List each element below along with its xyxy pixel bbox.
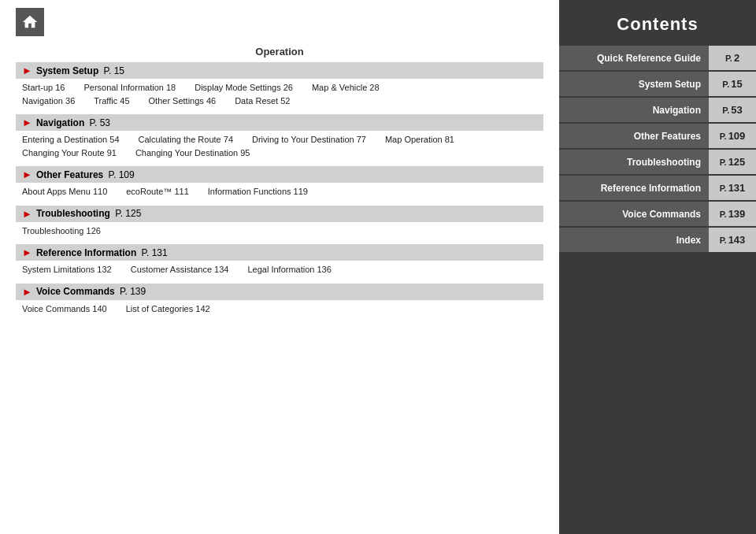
section-items-row: Voice Commands 140List of Categories 142 — [22, 302, 537, 316]
sidebar-items-container: Quick Reference GuideP.2System SetupP.15… — [559, 46, 756, 254]
section-item-cell: Entering a Destination 54 — [22, 133, 120, 146]
section-header-other-features: ►Other Features P. 109 — [16, 166, 543, 183]
sidebar-item-page: P.109 — [709, 124, 756, 148]
section-page: P. 109 — [106, 169, 134, 180]
section-system-setup: ►System Setup P. 15Start-up 16Personal I… — [16, 62, 543, 109]
main-content: Operation ►System Setup P. 15Start-up 16… — [0, 0, 559, 534]
section-voice-commands: ►Voice Commands P. 139Voice Commands 140… — [16, 284, 543, 318]
section-items-row: Navigation 36Traffic 45Other Settings 46… — [22, 95, 537, 108]
sidebar-item[interactable]: Reference InformationP.131 — [559, 176, 756, 200]
section-items-row: Troubleshooting 126 — [22, 224, 537, 238]
section-header-navigation: ►Navigation P. 53 — [16, 114, 543, 131]
section-title: Other Features — [36, 169, 103, 180]
section-item-cell: Personal Information 18 — [83, 81, 176, 95]
section-items-navigation: Entering a Destination 54Calculating the… — [16, 131, 543, 161]
section-header-system-setup: ►System Setup P. 15 — [16, 62, 543, 79]
home-icon-box[interactable] — [16, 8, 44, 36]
sidebar-item-page: P.125 — [709, 150, 756, 174]
sidebar-item[interactable]: IndexP.143 — [559, 228, 756, 252]
section-item-cell: Voice Commands 140 — [22, 302, 107, 316]
section-page: P. 131 — [139, 247, 167, 258]
sidebar-item-page: P.53 — [709, 98, 756, 122]
section-items-row: About Apps Menu 110ecoRoute™ 111Informat… — [22, 185, 537, 198]
arrow-icon: ► — [22, 169, 32, 180]
sidebar-item-label: Quick Reference Guide — [559, 46, 709, 70]
section-item-cell: Map & Vehicle 28 — [312, 81, 380, 95]
section-item-cell: Customer Assistance 134 — [131, 263, 229, 276]
sidebar-item-page: P.139 — [709, 202, 756, 226]
section-title: System Setup — [36, 65, 98, 76]
sidebar-item-label: Voice Commands — [559, 202, 709, 226]
sidebar-item-page: P.143 — [709, 228, 756, 252]
section-other-features: ►Other Features P. 109About Apps Menu 11… — [16, 166, 543, 201]
arrow-icon: ► — [22, 286, 32, 298]
sidebar-item-label: Reference Information — [559, 176, 709, 200]
section-item-cell: Data Reset 52 — [235, 95, 290, 108]
section-items-system-setup: Start-up 16Personal Information 18Displa… — [16, 79, 543, 109]
section-items-voice-commands: Voice Commands 140List of Categories 142 — [16, 300, 543, 318]
section-items-row: Entering a Destination 54Calculating the… — [22, 133, 537, 146]
sidebar-item-page: P.15 — [709, 72, 756, 96]
section-item-cell: List of Categories 142 — [126, 302, 210, 316]
section-item-cell: Changing Your Destination 95 — [135, 146, 250, 160]
arrow-icon: ► — [22, 247, 32, 258]
section-item-cell: ecoRoute™ 111 — [126, 185, 189, 198]
section-navigation: ►Navigation P. 53Entering a Destination … — [16, 114, 543, 161]
section-item-cell: Other Settings 46 — [149, 95, 217, 108]
section-title: Reference Information — [36, 247, 136, 258]
section-item-cell: Map Operation 81 — [385, 133, 454, 146]
section-title: Navigation — [36, 117, 84, 128]
section-reference-information: ►Reference Information P. 131System Limi… — [16, 244, 543, 279]
section-troubleshooting: ►Troubleshooting P. 125Troubleshooting 1… — [16, 206, 543, 240]
section-item-cell: Changing Your Route 91 — [22, 146, 117, 160]
section-item-cell: Navigation 36 — [22, 95, 75, 108]
section-page: P. 15 — [101, 65, 124, 76]
section-header-troubleshooting: ►Troubleshooting P. 125 — [16, 206, 543, 222]
sidebar-item-label: Index — [559, 228, 709, 252]
section-title: Voice Commands — [36, 286, 115, 297]
section-item-cell: Driving to Your Destination 77 — [252, 133, 366, 146]
section-item-cell: Information Functions 119 — [208, 185, 308, 198]
arrow-icon: ► — [22, 208, 32, 220]
section-items-row: System Limitations 132Customer Assistanc… — [22, 263, 537, 276]
sidebar-item-label: Navigation — [559, 98, 709, 122]
section-page: P. 125 — [113, 208, 141, 219]
arrow-icon: ► — [22, 65, 32, 76]
section-title: Troubleshooting — [36, 208, 110, 219]
section-header-reference-information: ►Reference Information P. 131 — [16, 244, 543, 261]
section-items-row: Changing Your Route 91Changing Your Dest… — [22, 146, 537, 160]
sidebar-item-label: Troubleshooting — [559, 150, 709, 174]
sidebar-item-label: System Setup — [559, 72, 709, 96]
sidebar-item-page: P.131 — [709, 176, 756, 200]
sidebar-item[interactable]: Voice CommandsP.139 — [559, 202, 756, 226]
section-items-reference-information: System Limitations 132Customer Assistanc… — [16, 261, 543, 279]
sidebar-item[interactable]: NavigationP.53 — [559, 98, 756, 122]
sidebar-item[interactable]: System SetupP.15 — [559, 72, 756, 96]
section-item-cell: System Limitations 132 — [22, 263, 112, 276]
section-item-cell: Troubleshooting 126 — [22, 224, 101, 238]
operation-label: Operation — [16, 43, 543, 62]
section-header-voice-commands: ►Voice Commands P. 139 — [16, 284, 543, 300]
sidebar-item[interactable]: Other FeaturesP.109 — [559, 124, 756, 148]
sidebar-item[interactable]: Quick Reference GuideP.2 — [559, 46, 756, 70]
sections-container: ►System Setup P. 15Start-up 16Personal I… — [16, 62, 543, 317]
sidebar-item-label: Other Features — [559, 124, 709, 148]
sidebar-item[interactable]: TroubleshootingP.125 — [559, 150, 756, 174]
section-item-cell: Display Mode Settings 26 — [195, 81, 293, 95]
sidebar-title: Contents — [559, 0, 756, 46]
section-item-cell: Calculating the Route 74 — [139, 133, 233, 146]
section-page: P. 139 — [117, 286, 146, 297]
section-item-cell: Legal Information 136 — [247, 263, 331, 276]
section-items-troubleshooting: Troubleshooting 126 — [16, 222, 543, 240]
section-page: P. 53 — [87, 117, 110, 128]
home-icon — [21, 13, 39, 31]
section-item-cell: About Apps Menu 110 — [22, 185, 107, 198]
section-item-cell: Start-up 16 — [22, 81, 65, 95]
section-item-cell: Traffic 45 — [94, 95, 129, 108]
section-items-row: Start-up 16Personal Information 18Displa… — [22, 81, 537, 95]
section-items-other-features: About Apps Menu 110ecoRoute™ 111Informat… — [16, 183, 543, 201]
sidebar-item-page: P.2 — [709, 46, 756, 70]
arrow-icon: ► — [22, 117, 32, 128]
sidebar: Contents Quick Reference GuideP.2System … — [559, 0, 756, 534]
